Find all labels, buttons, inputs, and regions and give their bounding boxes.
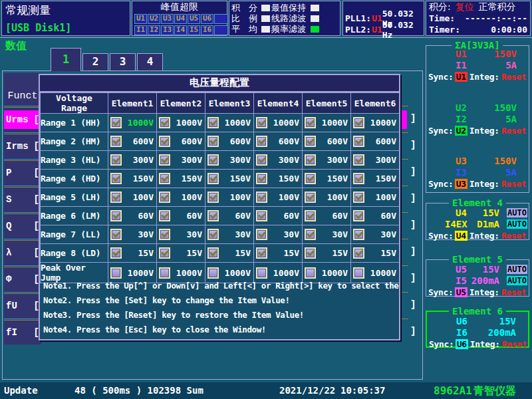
function-row-P[interactable]: P[	[4, 164, 41, 182]
checkbox-checked-icon[interactable]	[256, 154, 267, 166]
checkbox-checked-icon[interactable]	[159, 247, 170, 259]
checkbox-checked-icon[interactable]	[207, 173, 219, 184]
element-box-5[interactable]: Element 5 U515VAUTO I5200mAAUTO Sync:U5I…	[426, 259, 529, 297]
range-cell[interactable]: 150V	[254, 170, 303, 188]
checkbox-checked-icon[interactable]	[110, 154, 122, 166]
range-cell[interactable]: 30V	[205, 225, 254, 244]
range-cell[interactable]: 600V	[351, 132, 400, 151]
checkbox-checked-icon[interactable]	[305, 247, 316, 259]
checkbox-checked-icon[interactable]	[256, 173, 267, 184]
range-cell[interactable]: 100V	[108, 188, 157, 207]
range-cell[interactable]: 150V	[351, 170, 400, 188]
range-cell[interactable]: 600V	[108, 132, 157, 151]
function-row-fI[interactable]: fI[	[4, 323, 41, 342]
checkbox-checked-icon[interactable]	[110, 136, 122, 147]
checkbox-checked-icon[interactable]	[207, 210, 219, 221]
range-cell[interactable]: 300V	[254, 151, 303, 170]
checkbox-unchecked-icon[interactable]	[353, 267, 364, 279]
function-row-λ[interactable]: λ[	[4, 243, 41, 262]
range-cell[interactable]: 60V	[108, 207, 157, 225]
range-cell[interactable]: 30V	[157, 225, 205, 244]
function-row-fU[interactable]: fU[	[4, 297, 41, 315]
checkbox-checked-icon[interactable]	[305, 229, 316, 240]
checkbox-checked-icon[interactable]	[207, 229, 219, 240]
checkbox-unchecked-icon[interactable]	[110, 267, 122, 279]
checkbox-checked-icon[interactable]	[159, 229, 170, 240]
checkbox-checked-icon[interactable]	[256, 210, 267, 221]
checkbox-checked-icon[interactable]	[353, 154, 364, 166]
range-cell[interactable]: 600V	[205, 132, 254, 151]
range-cell[interactable]: 100V	[157, 188, 205, 207]
checkbox-checked-icon[interactable]	[207, 117, 219, 128]
range-cell[interactable]: 60V	[157, 207, 205, 225]
range-cell[interactable]: 600V	[254, 132, 303, 151]
tab-4[interactable]: 4	[137, 53, 163, 70]
checkbox-checked-icon[interactable]	[207, 192, 219, 203]
range-cell[interactable]: 150V	[157, 170, 205, 188]
checkbox-checked-icon[interactable]	[207, 247, 219, 259]
range-cell[interactable]: 1000V	[205, 114, 254, 132]
checkbox-unchecked-icon[interactable]	[256, 267, 267, 279]
checkbox-checked-icon[interactable]	[207, 154, 219, 166]
tab-1[interactable]: 1	[51, 48, 81, 71]
range-cell[interactable]: 15V	[351, 244, 400, 263]
range-cell[interactable]: 150V	[303, 170, 351, 188]
range-cell[interactable]: 150V	[108, 170, 157, 188]
checkbox-checked-icon[interactable]	[110, 247, 122, 259]
range-cell[interactable]: 60V	[205, 207, 254, 225]
checkbox-checked-icon[interactable]	[305, 117, 316, 128]
range-cell[interactable]: 15V	[157, 244, 205, 263]
range-cell[interactable]: 150V	[205, 170, 254, 188]
tab-3[interactable]: 3	[110, 53, 136, 70]
range-cell[interactable]: 300V	[351, 151, 400, 170]
checkbox-checked-icon[interactable]	[353, 210, 364, 221]
range-cell[interactable]: 300V	[157, 151, 205, 170]
checkbox-checked-icon[interactable]	[305, 136, 316, 147]
range-cell[interactable]: 1000V	[254, 114, 303, 132]
range-cell[interactable]: 1000V	[157, 114, 205, 132]
checkbox-checked-icon[interactable]	[110, 229, 122, 240]
function-row-Q[interactable]: Q[	[4, 217, 41, 235]
range-cell[interactable]: 300V	[108, 151, 157, 170]
function-row-Irms[interactable]: Irms[	[4, 137, 41, 156]
checkbox-checked-icon[interactable]	[110, 210, 122, 221]
checkbox-checked-icon[interactable]	[256, 247, 267, 259]
range-cell[interactable]: 100V	[351, 188, 400, 207]
checkbox-checked-icon[interactable]	[159, 192, 170, 203]
checkbox-checked-icon[interactable]	[305, 173, 316, 184]
checkbox-checked-icon[interactable]	[353, 192, 364, 203]
range-cell[interactable]: 100V	[205, 188, 254, 207]
range-cell[interactable]: 100V	[303, 188, 351, 207]
checkbox-checked-icon[interactable]	[256, 117, 267, 128]
tab-2[interactable]: 2	[82, 53, 108, 70]
checkbox-checked-icon[interactable]	[207, 136, 219, 147]
function-row-S[interactable]: S[	[4, 190, 41, 209]
range-cell[interactable]: 60V	[303, 207, 351, 225]
range-cell[interactable]: 30V	[108, 225, 157, 244]
checkbox-checked-icon[interactable]	[256, 229, 267, 240]
checkbox-checked-icon[interactable]	[159, 154, 170, 166]
range-cell[interactable]: 30V	[351, 225, 400, 244]
range-cell[interactable]: 15V	[254, 244, 303, 263]
range-cell[interactable]: 100V	[254, 188, 303, 207]
range-cell[interactable]: 1000V	[351, 114, 400, 132]
checkbox-checked-icon[interactable]	[256, 192, 267, 203]
checkbox-checked-icon[interactable]	[256, 136, 267, 147]
checkbox-checked-icon[interactable]	[305, 154, 316, 166]
range-cell[interactable]: 60V	[351, 207, 400, 225]
checkbox-checked-icon[interactable]	[159, 136, 170, 147]
checkbox-checked-icon[interactable]	[110, 117, 122, 128]
range-cell[interactable]: 15V	[303, 244, 351, 263]
element-box-6[interactable]: Element 6 U615V I6200mA Sync:U6Integ:Res…	[426, 311, 529, 348]
checkbox-checked-icon[interactable]	[159, 173, 170, 184]
checkbox-checked-icon[interactable]	[353, 247, 364, 259]
checkbox-checked-icon[interactable]	[305, 210, 316, 221]
range-cell[interactable]: 1000V	[108, 114, 157, 132]
checkbox-checked-icon[interactable]	[159, 117, 170, 128]
checkbox-checked-icon[interactable]	[110, 173, 122, 184]
checkbox-checked-icon[interactable]	[159, 210, 170, 221]
range-cell[interactable]: 300V	[205, 151, 254, 170]
element-box-4[interactable]: Element 4 U415VAUTO I4EXD1mAAUTO Sync:U4…	[426, 203, 529, 240]
checkbox-unchecked-icon[interactable]	[305, 267, 316, 279]
range-cell[interactable]: 15V	[108, 244, 157, 263]
